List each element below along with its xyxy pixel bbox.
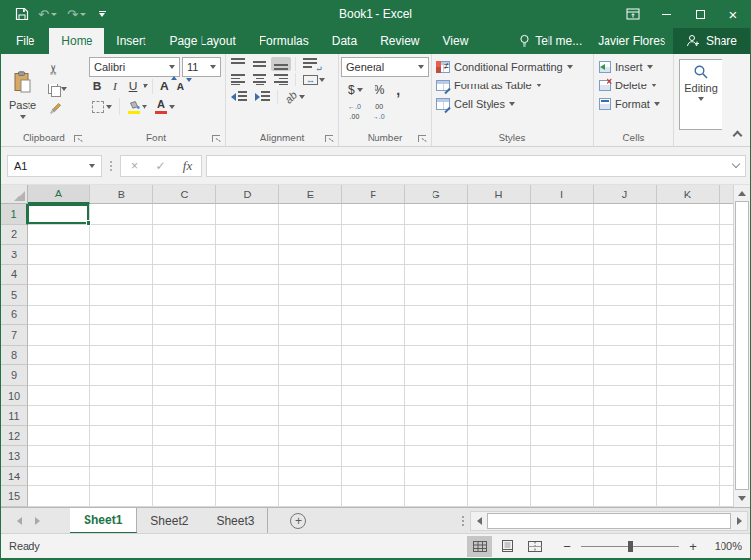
expand-formula-bar-button[interactable] [727,164,745,167]
cell-G7[interactable] [405,325,468,346]
editing-dropdown-icon[interactable] [698,97,704,101]
cell-K8[interactable] [657,346,720,366]
column-header-E[interactable]: E [279,185,342,204]
cell-B6[interactable] [90,306,153,326]
cell-G8[interactable] [405,346,468,366]
cell-J13[interactable] [594,446,657,467]
cell-K1[interactable] [657,204,720,225]
comma-style-button[interactable]: , [393,82,403,99]
cell-A11[interactable] [28,406,90,426]
row-header-7[interactable]: 7 [1,325,28,346]
row-header-11[interactable]: 11 [1,406,28,426]
cell-K12[interactable] [657,426,720,447]
zoom-slider-thumb[interactable] [628,541,633,552]
cell-K5[interactable] [657,285,720,306]
cell-B1[interactable] [90,204,153,225]
horizontal-scrollbar[interactable] [470,511,748,531]
cell-G13[interactable] [405,446,468,467]
sheet-tab-sheet3[interactable]: Sheet3 [202,508,268,533]
zoom-slider[interactable] [581,546,679,547]
cell-J14[interactable] [594,467,657,487]
cell-K7[interactable] [657,325,720,346]
minimize-button[interactable] [650,0,683,28]
number-format-dropdown-icon[interactable] [418,65,424,69]
cell-D6[interactable] [216,306,279,326]
cell-styles-dropdown-icon[interactable] [509,102,515,106]
column-header-K[interactable]: K [657,185,720,204]
cell-G6[interactable] [405,306,468,326]
ribbon-display-options-button[interactable] [616,0,650,28]
orientation-dropdown-icon[interactable] [299,95,305,99]
cell-E6[interactable] [279,306,342,326]
cell-I3[interactable] [531,245,594,265]
font-family-combobox[interactable]: Calibri [89,57,180,77]
cell-E2[interactable] [279,225,342,246]
cell-K14[interactable] [657,467,720,487]
column-header-F[interactable]: F [342,185,405,204]
cell-H1[interactable] [468,204,531,225]
cell-B3[interactable] [90,245,153,265]
cell-D13[interactable] [216,446,279,467]
cell-J1[interactable] [594,204,657,225]
cell-G12[interactable] [405,426,468,447]
italic-button[interactable]: I [107,80,123,94]
cell-I12[interactable] [531,426,594,447]
cell-E13[interactable] [279,446,342,467]
cell-F14[interactable] [342,467,405,487]
cell-J7[interactable] [594,325,657,346]
vertical-scrollbar-thumb[interactable] [735,201,749,490]
tell-me-box[interactable]: Tell me... [511,28,590,54]
insert-function-button[interactable]: fx [174,156,201,176]
format-as-table-dropdown-icon[interactable] [536,84,542,87]
merge-center-dropdown-icon[interactable] [319,78,325,82]
tab-page-layout[interactable]: Page Layout [157,28,247,54]
delete-cells-dropdown-icon[interactable] [651,84,657,87]
row-header-9[interactable]: 9 [1,365,28,386]
increase-indent-button[interactable] [252,90,273,104]
cell-F15[interactable] [342,486,405,507]
cell-C4[interactable] [153,265,216,286]
cell-K13[interactable] [657,446,720,467]
accounting-format-button[interactable]: $ [345,83,366,98]
cell-C15[interactable] [153,486,216,507]
cell-A15[interactable] [28,486,90,507]
row-header-10[interactable]: 10 [1,386,28,407]
cell-E8[interactable] [279,346,342,366]
format-cells-button[interactable]: Format [596,94,671,113]
cell-C6[interactable] [153,306,216,326]
paste-button[interactable]: Paste [3,57,42,130]
cell-D9[interactable] [216,365,279,386]
cell-C7[interactable] [153,325,216,346]
cell-D1[interactable] [216,204,279,225]
fill-color-button[interactable] [124,99,150,115]
cell-F13[interactable] [342,446,405,467]
delete-cells-button[interactable]: × Delete [596,76,671,94]
cell-D8[interactable] [216,346,279,366]
copy-button[interactable] [45,81,70,97]
number-format-combobox[interactable]: General [341,57,429,77]
middle-align-button[interactable] [250,57,269,71]
top-align-button[interactable] [228,57,248,71]
cell-K4[interactable] [657,265,720,286]
cell-G5[interactable] [405,285,468,306]
vertical-scrollbar[interactable] [733,185,750,507]
cell-F2[interactable] [342,225,405,246]
name-box-dropdown-icon[interactable] [89,164,95,168]
tab-insert[interactable]: Insert [104,28,157,54]
cell-G14[interactable] [405,467,468,487]
scroll-up-button[interactable] [734,185,750,201]
cell-G1[interactable] [405,204,468,225]
redo-dropdown-icon[interactable] [80,13,86,16]
copy-dropdown-icon[interactable] [61,87,67,91]
next-sheet-button[interactable] [35,517,40,525]
number-dialog-launcher-icon[interactable] [418,135,426,142]
scroll-left-button[interactable] [471,512,487,530]
cell-I11[interactable] [531,406,594,426]
cell-F5[interactable] [342,285,405,306]
cell-A1[interactable] [28,204,90,225]
cell-J5[interactable] [594,285,657,306]
cell-K9[interactable] [657,365,720,386]
column-header-A[interactable]: A [28,185,90,204]
cell-A6[interactable] [28,306,90,326]
cell-A10[interactable] [28,386,90,407]
